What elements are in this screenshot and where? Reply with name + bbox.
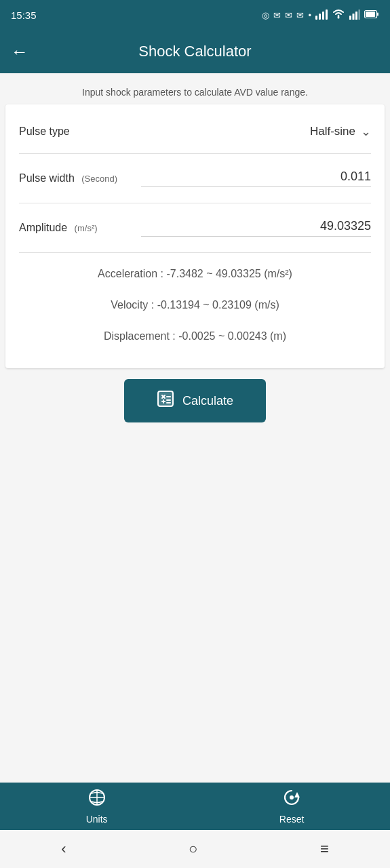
- reset-icon: [282, 788, 301, 811]
- units-icon: [87, 788, 106, 811]
- system-home-button[interactable]: ○: [189, 840, 197, 858]
- calculator-icon: [157, 390, 174, 412]
- pulse-width-row: Pulse width (Second): [5, 154, 385, 203]
- pulse-width-input-area: [141, 170, 371, 187]
- status-time: 15:35: [11, 9, 37, 21]
- bottom-nav: Units Reset: [0, 783, 390, 830]
- system-menu-button[interactable]: ≡: [320, 840, 329, 858]
- wifi-icon: [332, 9, 345, 22]
- svg-rect-8: [359, 9, 361, 20]
- description-text: Input shock parameters to calculate AVD …: [0, 73, 390, 104]
- app-bar: ← Shock Calculator: [0, 30, 390, 73]
- svg-rect-12: [158, 391, 173, 406]
- units-nav-item[interactable]: Units: [86, 788, 108, 825]
- signal-icon: [315, 9, 328, 22]
- svg-rect-2: [322, 12, 324, 20]
- acceleration-result: Acceleration : -7.3482 ~ 49.03325 (m/s²): [19, 258, 371, 290]
- amplitude-label: Amplitude (m/s²): [19, 222, 141, 234]
- content-area: Input shock parameters to calculate AVD …: [0, 73, 390, 614]
- results-section: Acceleration : -7.3482 ~ 49.03325 (m/s²)…: [5, 253, 385, 363]
- task-icon: ◎: [262, 10, 269, 20]
- calculate-button[interactable]: Calculate: [124, 379, 266, 422]
- calculate-label: Calculate: [182, 394, 233, 408]
- svg-rect-5: [349, 16, 351, 20]
- displacement-result: Displacement : -0.0025 ~ 0.00243 (m): [19, 321, 371, 352]
- pulse-type-value: Half-sine: [310, 125, 355, 138]
- svg-rect-10: [366, 12, 375, 17]
- svg-rect-7: [355, 12, 357, 20]
- svg-marker-21: [294, 792, 300, 797]
- chevron-down-icon: ⌄: [361, 124, 371, 139]
- svg-rect-0: [315, 16, 317, 20]
- svg-rect-3: [326, 9, 328, 20]
- email3-icon: ✉: [296, 10, 304, 20]
- amplitude-unit: (m/s²): [75, 223, 98, 233]
- displacement-value: Displacement : -0.0025 ~ 0.00243 (m): [104, 330, 286, 342]
- spacer: [0, 614, 390, 783]
- velocity-value: Velocity : -0.13194 ~ 0.23109 (m/s): [111, 299, 279, 311]
- amplitude-input[interactable]: [141, 219, 371, 237]
- app-title: Shock Calculator: [39, 43, 351, 60]
- units-label: Units: [86, 814, 108, 825]
- pulse-width-label: Pulse width (Second): [19, 172, 141, 184]
- back-button[interactable]: ←: [11, 41, 28, 62]
- reset-nav-item[interactable]: Reset: [279, 788, 305, 825]
- pulse-type-label: Pulse type: [19, 125, 70, 138]
- button-section: Calculate: [0, 379, 390, 422]
- network-icon: [349, 9, 360, 22]
- pulse-type-control[interactable]: Half-sine ⌄: [310, 124, 371, 139]
- system-back-button[interactable]: ‹: [61, 840, 66, 858]
- amplitude-input-area: [141, 219, 371, 237]
- svg-point-22: [290, 795, 294, 800]
- svg-rect-1: [319, 14, 321, 20]
- status-icons: ◎ ✉ ✉ ✉ •: [262, 9, 379, 22]
- pulse-type-row: Pulse type Half-sine ⌄: [5, 110, 385, 153]
- battery-icon: [364, 9, 379, 21]
- pulse-width-input[interactable]: [141, 170, 371, 187]
- velocity-result: Velocity : -0.13194 ~ 0.23109 (m/s): [19, 290, 371, 321]
- reset-label: Reset: [279, 814, 305, 825]
- acceleration-value: Acceleration : -7.3482 ~ 49.03325 (m/s²): [98, 268, 292, 279]
- system-nav: ‹ ○ ≡: [0, 830, 390, 868]
- svg-rect-6: [353, 14, 355, 20]
- svg-rect-11: [377, 12, 378, 16]
- email2-icon: ✉: [285, 10, 292, 20]
- status-bar: 15:35 ◎ ✉ ✉ ✉ •: [0, 0, 390, 30]
- form-card: Pulse type Half-sine ⌄ Pulse width (Seco…: [5, 104, 385, 368]
- amplitude-row: Amplitude (m/s²): [5, 203, 385, 252]
- dot-icon: •: [308, 10, 311, 20]
- svg-point-4: [338, 16, 340, 18]
- email-icon: ✉: [273, 10, 281, 20]
- pulse-width-unit: (Second): [81, 174, 117, 184]
